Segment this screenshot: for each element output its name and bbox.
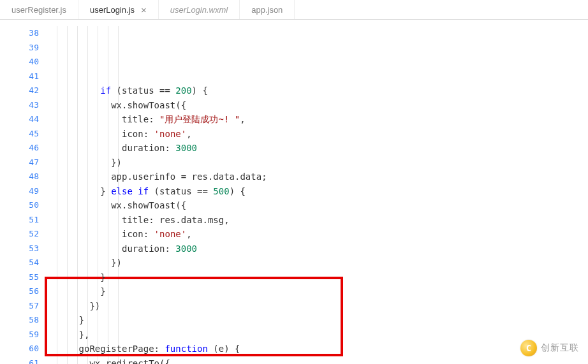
code-area[interactable]: if (status == 200) { wx.showToast({ titl… <box>41 20 588 364</box>
line-number: 54 <box>22 256 41 270</box>
code-line: }) <box>47 299 588 314</box>
line-number: 42 <box>22 84 41 98</box>
line-number: 52 <box>22 227 41 242</box>
line-number: 38 <box>22 26 41 41</box>
code-line: wx.redirectTo({ <box>47 356 588 365</box>
line-number: 60 <box>22 342 41 356</box>
code-line: icon: 'none', <box>47 127 588 142</box>
line-number: 39 <box>22 41 41 55</box>
code-line: }) <box>47 256 588 270</box>
code-line: wx.showToast({ <box>47 98 588 113</box>
line-number: 61 <box>22 356 41 365</box>
line-number: 47 <box>22 156 41 170</box>
tab-userregister-js[interactable]: userRegister.js <box>0 0 78 19</box>
line-number: 51 <box>22 213 41 228</box>
code-line: duration: 3000 <box>47 141 588 156</box>
line-number: 43 <box>22 98 41 113</box>
logo-icon: C <box>520 340 537 356</box>
code-line: app.userinfo = res.data.data; <box>47 170 588 184</box>
code-line: }, <box>47 328 588 342</box>
line-number: 40 <box>22 55 41 69</box>
line-number: 56 <box>22 284 41 299</box>
tab-bar: userRegister.js userLogin.js × userLogin… <box>0 0 588 20</box>
watermark-logo: C 创新互联 <box>520 340 579 356</box>
line-number: 48 <box>22 170 41 184</box>
tab-label: app.json <box>251 5 283 15</box>
code-line: if (status == 200) { <box>47 84 588 98</box>
line-number: 49 <box>22 184 41 199</box>
tab-label: userLogin.js <box>90 5 135 15</box>
tab-app-json[interactable]: app.json <box>240 0 295 19</box>
line-number: 41 <box>22 69 41 84</box>
line-number: 55 <box>22 270 41 285</box>
tab-label: userRegister.js <box>11 5 66 15</box>
code-line: duration: 3000 <box>47 242 588 256</box>
line-number: 59 <box>22 328 41 342</box>
line-number: 58 <box>22 313 41 328</box>
code-line: } <box>47 313 588 328</box>
code-line: title: res.data.msg, <box>47 213 588 228</box>
close-icon[interactable]: × <box>141 4 147 15</box>
code-line: icon: 'none', <box>47 227 588 242</box>
code-line: }) <box>47 156 588 170</box>
line-number: 44 <box>22 112 41 127</box>
code-line: } else if (status == 500) { <box>47 184 588 199</box>
code-line: } <box>47 284 588 299</box>
line-number: 45 <box>22 127 41 142</box>
line-number: 50 <box>22 198 41 213</box>
tab-userlogin-wxml[interactable]: userLogin.wxml <box>159 0 240 19</box>
code-line: title: "用户登陆成功~! ", <box>47 112 588 127</box>
editor: 3839404142434445464748495051525354555657… <box>0 20 588 364</box>
editor-margin <box>0 20 22 364</box>
line-number: 53 <box>22 242 41 256</box>
logo-text: 创新互联 <box>541 342 579 354</box>
line-number-gutter: 3839404142434445464748495051525354555657… <box>22 20 41 364</box>
tab-label: userLogin.wxml <box>170 5 228 15</box>
code-line: } <box>47 270 588 285</box>
tab-userlogin-js[interactable]: userLogin.js × <box>78 0 159 19</box>
code-line: wx.showToast({ <box>47 198 588 213</box>
code-line: goRegisterPage: function (e) { <box>47 342 588 356</box>
line-number: 46 <box>22 141 41 156</box>
line-number: 57 <box>22 299 41 314</box>
